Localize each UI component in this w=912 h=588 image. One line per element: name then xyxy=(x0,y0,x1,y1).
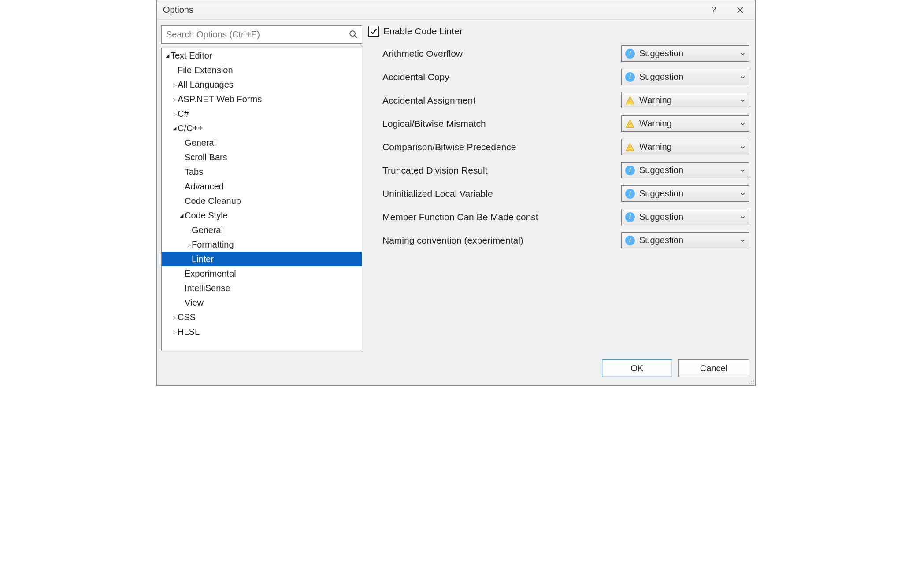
tree-arrow-collapsed-icon[interactable]: ▷ xyxy=(171,96,178,103)
severity-value: Suggestion xyxy=(639,72,735,82)
tree-item[interactable]: Advanced xyxy=(162,179,362,194)
chevron-down-icon xyxy=(740,98,746,103)
tree-arrow-collapsed-icon[interactable]: ▷ xyxy=(171,82,178,88)
tree-item-label: ASP.NET Web Forms xyxy=(178,94,262,104)
linter-rule-row: Arithmetic OverflowSuggestion xyxy=(382,42,749,65)
enable-linter-row: Enable Code Linter xyxy=(367,26,749,37)
svg-rect-5 xyxy=(630,99,630,101)
left-column: ◢Text Editor File Extension▷All Language… xyxy=(161,25,362,350)
tree-arrow-collapsed-icon[interactable]: ▷ xyxy=(171,111,178,117)
warning-icon xyxy=(625,119,635,129)
tree-item[interactable]: ▷All Languages xyxy=(162,78,362,92)
tree-item-label: CSS xyxy=(178,312,196,322)
tree-item-label: General xyxy=(192,225,223,235)
tree-arrow-collapsed-icon[interactable]: ▷ xyxy=(185,242,192,248)
linter-rule-row: Member Function Can Be Made constSuggest… xyxy=(382,205,749,229)
tree-item[interactable]: ▷C# xyxy=(162,107,362,121)
severity-value: Suggestion xyxy=(639,189,735,199)
severity-select[interactable]: Suggestion xyxy=(621,45,749,62)
severity-select[interactable]: Suggestion xyxy=(621,209,749,225)
check-icon xyxy=(370,27,378,35)
linter-rule-label: Truncated Division Result xyxy=(382,165,488,176)
chevron-down-icon xyxy=(740,214,746,220)
severity-select[interactable]: Suggestion xyxy=(621,162,749,178)
tree-arrow-spacer xyxy=(178,270,185,277)
linter-rule-row: Accidental AssignmentWarning xyxy=(382,89,749,112)
enable-linter-checkbox[interactable] xyxy=(368,26,379,37)
resize-grip-icon[interactable] xyxy=(747,377,754,385)
tree-item[interactable]: ◢C/C++ xyxy=(162,121,362,136)
tree-item[interactable]: ◢Code Style xyxy=(162,208,362,223)
tree-arrow-spacer xyxy=(178,169,185,175)
severity-select[interactable]: Suggestion xyxy=(621,185,749,202)
chevron-down-icon xyxy=(740,144,746,150)
tree-arrow-collapsed-icon[interactable]: ▷ xyxy=(171,329,178,335)
svg-rect-8 xyxy=(630,122,630,125)
tree-item[interactable]: General xyxy=(162,223,362,237)
linter-rule-row: Truncated Division ResultSuggestion xyxy=(382,159,749,182)
tree-item-label: C/C++ xyxy=(178,123,203,133)
tree-arrow-spacer xyxy=(185,256,192,263)
svg-point-14 xyxy=(751,381,752,382)
severity-select[interactable]: Warning xyxy=(621,139,749,155)
info-icon xyxy=(625,189,635,199)
search-input[interactable] xyxy=(166,30,348,40)
info-icon xyxy=(625,72,635,82)
chevron-down-icon xyxy=(740,74,746,80)
severity-select[interactable]: Warning xyxy=(621,92,749,108)
tree-item[interactable]: File Extension xyxy=(162,63,362,78)
tree-item[interactable]: ▷Formatting xyxy=(162,237,362,252)
tree-arrow-spacer xyxy=(178,285,185,292)
cancel-button[interactable]: Cancel xyxy=(678,359,749,377)
tree-item[interactable]: ▷CSS xyxy=(162,310,362,325)
severity-value: Warning xyxy=(639,142,735,152)
search-box[interactable] xyxy=(161,25,362,44)
tree-item-label: Text Editor xyxy=(171,51,212,61)
tree-arrow-expanded-icon[interactable]: ◢ xyxy=(164,53,171,59)
severity-value: Warning xyxy=(639,95,735,105)
severity-value: Suggestion xyxy=(639,212,735,222)
severity-select[interactable]: Suggestion xyxy=(621,69,749,85)
linter-rule-label: Arithmetic Overflow xyxy=(382,48,463,59)
linter-rule-label: Comparison/Bitwise Precedence xyxy=(382,142,516,152)
tree-arrow-expanded-icon[interactable]: ◢ xyxy=(171,126,178,131)
severity-select[interactable]: Warning xyxy=(621,115,749,132)
options-tree[interactable]: ◢Text Editor File Extension▷All Language… xyxy=(161,48,362,350)
tree-item-label: File Extension xyxy=(178,65,233,75)
tree-item[interactable]: Linter xyxy=(162,252,362,266)
svg-point-13 xyxy=(753,380,754,381)
tree-item[interactable]: View xyxy=(162,296,362,310)
tree-arrow-spacer xyxy=(178,140,185,146)
tree-item-label: Scroll Bars xyxy=(185,152,227,163)
tree-arrow-collapsed-icon[interactable]: ▷ xyxy=(171,314,178,321)
titlebar: Options ? xyxy=(157,0,755,20)
tree-arrow-spacer xyxy=(178,300,185,306)
ok-button[interactable]: OK xyxy=(602,359,672,377)
linter-rule-row: Logical/Bitwise MismatchWarning xyxy=(382,112,749,135)
help-button[interactable]: ? xyxy=(701,0,727,20)
tree-item[interactable]: General xyxy=(162,136,362,150)
tree-item[interactable]: IntelliSense xyxy=(162,281,362,296)
tree-item-label: Experimental xyxy=(185,269,236,279)
tree-arrow-spacer xyxy=(178,154,185,161)
tree-item-label: Formatting xyxy=(192,240,234,250)
tree-item-label: View xyxy=(185,298,204,308)
cancel-button-label: Cancel xyxy=(700,363,727,374)
info-icon xyxy=(625,236,635,245)
tree-item[interactable]: ▷ASP.NET Web Forms xyxy=(162,92,362,107)
close-button[interactable] xyxy=(727,0,753,20)
severity-select[interactable]: Suggestion xyxy=(621,232,749,248)
severity-value: Suggestion xyxy=(639,235,735,245)
tree-item[interactable]: Experimental xyxy=(162,266,362,281)
tree-item[interactable]: Scroll Bars xyxy=(162,150,362,165)
tree-item[interactable]: ▷HLSL xyxy=(162,325,362,339)
dialog-body: ◢Text Editor File Extension▷All Language… xyxy=(157,20,755,355)
tree-arrow-expanded-icon[interactable]: ◢ xyxy=(178,213,185,218)
tree-item[interactable]: Tabs xyxy=(162,165,362,179)
tree-item[interactable]: Code Cleanup xyxy=(162,194,362,208)
chevron-down-icon xyxy=(740,51,746,56)
chevron-down-icon xyxy=(740,238,746,243)
linter-rule-row: Accidental CopySuggestion xyxy=(382,65,749,89)
tree-item[interactable]: ◢Text Editor xyxy=(162,48,362,63)
tree-item-label: General xyxy=(185,138,216,148)
